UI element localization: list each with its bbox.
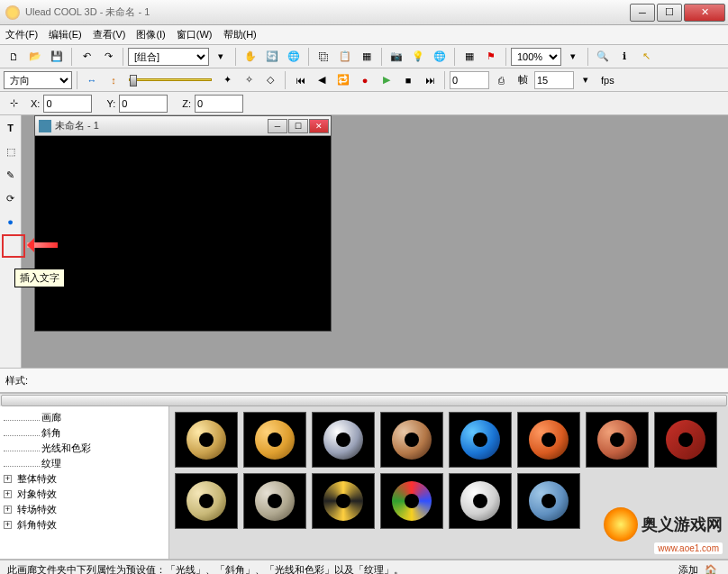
x-input[interactable]	[43, 95, 92, 113]
direction-combo[interactable]: 方向	[4, 71, 72, 89]
insert-text-button[interactable]: T	[2, 119, 20, 137]
gallery-thumb[interactable]	[243, 412, 306, 468]
zoom-dropdown[interactable]: ▾	[563, 47, 583, 67]
z-input[interactable]	[195, 95, 243, 113]
info-button[interactable]: ℹ	[614, 47, 634, 67]
menu-view[interactable]: 查看(V)	[93, 28, 126, 41]
gallery-thumb[interactable]	[449, 412, 512, 468]
zoom-combo[interactable]: 100%	[511, 48, 561, 66]
add-label[interactable]: 添加	[678, 563, 698, 574]
doc-minimize[interactable]: ─	[268, 119, 287, 133]
toolbar-anim: 方向 ↔ ↕ ✦ ✧ ◇ ⏮ ◀ 🔁 ● ▶ ■ ⏭ 0 ⎙ 帧 15 ▾ fp…	[0, 68, 728, 92]
style-scrollbar[interactable]	[0, 393, 728, 406]
play-rev[interactable]: ◀	[312, 70, 332, 90]
document-titlebar[interactable]: 未命名 - 1 ─ ☐ ✕	[35, 116, 331, 136]
close-button[interactable]: ✕	[684, 4, 725, 22]
globe-tool[interactable]: 🌐	[284, 47, 304, 67]
rec-button[interactable]: ●	[355, 70, 375, 90]
flag-button[interactable]: ⚑	[481, 47, 501, 67]
gallery-thumb[interactable]	[380, 412, 443, 468]
render-button[interactable]: ▦	[357, 47, 377, 67]
shape-button[interactable]: ⬚	[2, 142, 20, 160]
menu-edit[interactable]: 编辑(E)	[49, 28, 82, 41]
world-button[interactable]: 🌐	[430, 47, 450, 67]
gallery-thumb[interactable]	[175, 473, 238, 529]
splity-button[interactable]: ↕	[104, 70, 123, 90]
doc-maximize[interactable]: ☐	[288, 119, 308, 133]
separator	[71, 48, 72, 66]
redo-button[interactable]: ↷	[98, 47, 118, 67]
menu-window[interactable]: 窗口(W)	[177, 28, 213, 41]
stop-button[interactable]: ■	[398, 70, 418, 90]
watermark: 奥义游戏网	[604, 507, 723, 542]
gallery-thumb[interactable]	[312, 473, 375, 529]
group-combo[interactable]: [组合]	[128, 48, 209, 66]
splitx-button[interactable]: ↔	[82, 70, 102, 90]
separator	[308, 48, 309, 66]
rotate-tool[interactable]: 🔄	[262, 47, 282, 67]
zoom-tool[interactable]: 🔍	[593, 47, 613, 67]
gallery-thumb[interactable]	[380, 473, 443, 529]
home-icon[interactable]: 🏠	[701, 560, 721, 575]
spline-button[interactable]: ⟳	[2, 189, 20, 207]
y-input[interactable]	[119, 95, 168, 113]
menu-help[interactable]: 帮助(H)	[223, 28, 257, 41]
document-window[interactable]: 未命名 - 1 ─ ☐ ✕	[34, 115, 332, 332]
goto-start[interactable]: ⏮	[290, 70, 310, 90]
help-cursor[interactable]: ↖	[636, 47, 656, 67]
dropdown-icon[interactable]: ▾	[211, 47, 231, 67]
fps-icon: 帧	[513, 70, 532, 90]
window-title: Ulead COOL 3D - 未命名 - 1	[25, 5, 628, 19]
keyframe-add[interactable]: ✦	[217, 70, 237, 90]
path-button[interactable]: ✎	[2, 166, 20, 184]
gallery-thumb[interactable]	[517, 473, 580, 529]
effect-tree[interactable]: 画廊 斜角 光线和色彩 纹理 +整体特效 +对象特效 +转场特效 +斜角特效	[0, 406, 169, 559]
frame-current[interactable]: 0	[450, 71, 489, 89]
play-button[interactable]: ▶	[377, 70, 396, 90]
doc-close[interactable]: ✕	[309, 119, 329, 133]
gallery-status: 此画廊文件夹中下列属性为预设值：「光线」、「斜角」、「光线和色彩」以及「纹理」。…	[0, 560, 728, 574]
donut-preview	[255, 420, 295, 460]
light-button[interactable]: 💡	[408, 47, 428, 67]
gallery-thumb[interactable]	[312, 412, 375, 468]
menu-image[interactable]: 图像(I)	[136, 28, 165, 41]
copy-button[interactable]: ⿻	[314, 47, 333, 67]
timeline-slider[interactable]	[129, 78, 212, 81]
donut-preview	[255, 481, 295, 521]
gallery-thumb[interactable]	[586, 412, 649, 468]
gallery-thumb[interactable]	[175, 412, 238, 468]
document-canvas[interactable]	[35, 136, 331, 331]
maximize-button[interactable]: ☐	[657, 4, 682, 22]
gallery-thumb[interactable]	[517, 412, 580, 468]
gallery-thumb[interactable]	[243, 473, 306, 529]
prev-key[interactable]: ◇	[260, 70, 280, 90]
x-label: X:	[31, 98, 40, 109]
style-label: 样式:	[5, 374, 50, 387]
axis-button[interactable]: ⊹	[4, 94, 23, 114]
save-button[interactable]: 💾	[47, 47, 67, 67]
undo-button[interactable]: ↶	[77, 47, 96, 67]
gallery-thumb[interactable]	[654, 412, 717, 468]
fps-dropdown[interactable]: ▾	[576, 70, 596, 90]
new-button[interactable]: 🗋	[4, 47, 23, 67]
gallery-status-text: 此画廊文件夹中下列属性为预设值：「光线」、「斜角」、「光线和色彩」以及「纹理」。	[7, 563, 404, 574]
grid-button[interactable]: ▦	[460, 47, 479, 67]
menu-file[interactable]: 文件(F)	[5, 28, 38, 41]
minimize-button[interactable]: ─	[630, 4, 655, 22]
keyframe-del[interactable]: ✧	[239, 70, 259, 90]
loop-button[interactable]: 🔁	[333, 70, 353, 90]
sphere-button[interactable]: ●	[2, 213, 20, 231]
y-label: Y:	[106, 98, 115, 109]
hand-tool[interactable]: ✋	[241, 47, 260, 67]
toolbar-coords: ⊹ X: Y: Z:	[0, 92, 728, 115]
frame-count[interactable]: 15	[534, 71, 574, 89]
separator	[454, 48, 455, 66]
gallery-thumb[interactable]	[449, 473, 512, 529]
paste-button[interactable]: 📋	[335, 47, 355, 67]
slider-thumb[interactable]	[130, 75, 137, 87]
tree-item: +转场特效	[2, 502, 167, 517]
camera-button[interactable]: 📷	[387, 47, 406, 67]
goto-end[interactable]: ⏭	[420, 70, 440, 90]
frame-icon: ⎙	[491, 70, 511, 90]
open-button[interactable]: 📂	[25, 47, 45, 67]
